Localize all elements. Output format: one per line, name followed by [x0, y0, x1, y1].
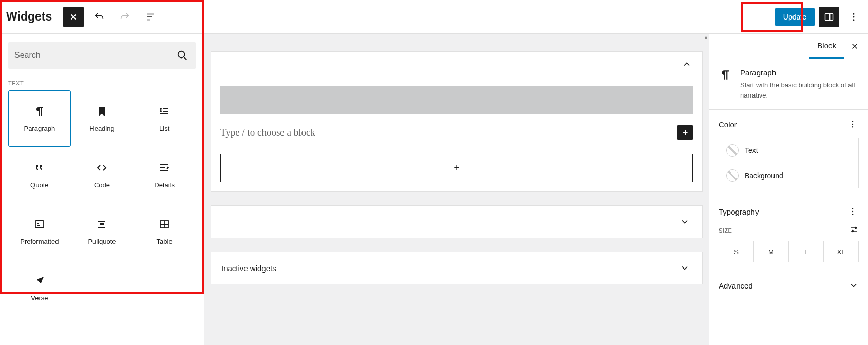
widget-area-body: Type / to choose a block + +: [211, 76, 702, 191]
block-item-label: Quote: [30, 181, 48, 189]
size-s-button[interactable]: S: [719, 241, 753, 262]
block-item-details[interactable]: Details: [133, 147, 196, 203]
block-name: Paragraph: [740, 68, 859, 77]
svg-point-15: [852, 214, 853, 215]
undo-button[interactable]: [89, 7, 109, 27]
expand-inactive-toggle[interactable]: [677, 261, 692, 275]
svg-point-17: [852, 231, 854, 232]
selected-block-placeholder[interactable]: [220, 86, 693, 114]
update-button[interactable]: Update: [775, 8, 815, 26]
paragraph-icon: [33, 105, 46, 118]
table-icon: [158, 218, 171, 231]
undo-icon: [93, 11, 105, 23]
block-item-label: Preformatted: [20, 238, 59, 245]
chevron-down-icon: [680, 217, 690, 227]
svg-point-2: [853, 16, 855, 17]
block-item-bookmark[interactable]: Heading: [71, 90, 134, 147]
widget-area-header: [211, 52, 702, 76]
size-settings-button[interactable]: [850, 225, 859, 236]
redo-button[interactable]: [115, 7, 135, 27]
block-item-table[interactable]: Table: [133, 203, 196, 260]
widget-area-expanded: Type / to choose a block + +: [211, 51, 703, 192]
size-m-button[interactable]: M: [753, 241, 788, 262]
bookmark-icon: [96, 105, 108, 118]
block-inserter: TEXT ParagraphHeadingListQuoteCodeDetail…: [0, 34, 204, 345]
tab-block[interactable]: Block: [809, 34, 844, 59]
block-item-paragraph[interactable]: Paragraph: [8, 90, 71, 147]
expand-toggle[interactable]: [677, 215, 692, 229]
editor-canvas[interactable]: ▴ Type / to choose a block + +: [204, 34, 709, 345]
typography-panel-title: Typography: [719, 207, 759, 216]
svg-point-3: [853, 19, 855, 21]
list-view-icon: [145, 11, 156, 23]
text-color-swatch: [726, 144, 739, 157]
svg-point-10: [852, 121, 853, 122]
collapse-toggle[interactable]: [680, 57, 694, 71]
advanced-panel[interactable]: Advanced: [709, 271, 868, 300]
paragraph-icon: [719, 68, 733, 83]
list-icon: [158, 105, 171, 118]
size-label: SIZE: [719, 227, 732, 234]
color-panel-menu[interactable]: [846, 118, 859, 130]
block-item-quote[interactable]: Quote: [8, 147, 71, 203]
block-item-list[interactable]: List: [133, 90, 196, 147]
document-overview-button[interactable]: [140, 7, 161, 27]
close-settings-button[interactable]: [844, 36, 865, 56]
paragraph-row: Type / to choose a block +: [220, 125, 693, 140]
sidebar-icon: [824, 12, 834, 22]
size-row-header: SIZE: [719, 225, 859, 236]
svg-point-11: [852, 124, 853, 125]
size-xl-button[interactable]: XL: [823, 241, 858, 262]
preformatted-icon: [33, 218, 46, 231]
background-color-row[interactable]: Background: [719, 163, 859, 188]
block-item-code[interactable]: Code: [71, 147, 134, 203]
search-icon: [175, 48, 190, 63]
block-item-pullquote[interactable]: Pullquote: [71, 203, 134, 260]
close-icon: [850, 42, 859, 51]
topbar: Widgets Update: [0, 0, 868, 34]
category-header-text: TEXT: [8, 80, 196, 86]
settings-sidebar: Block Paragraph Start with the basic bui…: [709, 34, 868, 345]
svg-rect-8: [100, 223, 104, 225]
sliders-icon: [850, 225, 859, 234]
size-buttons: SMLXL: [719, 241, 859, 262]
code-icon: [96, 162, 108, 174]
widget-area-collapsed[interactable]: [211, 205, 703, 238]
block-item-preformatted[interactable]: Preformatted: [8, 203, 71, 260]
block-grid: ParagraphHeadingListQuoteCodeDetailsPref…: [8, 90, 196, 316]
advanced-panel-title: Advanced: [719, 281, 753, 290]
size-l-button[interactable]: L: [788, 241, 823, 262]
more-vertical-icon: [848, 12, 859, 22]
paragraph-placeholder-text[interactable]: Type / to choose a block: [220, 127, 670, 138]
scroll-up-hint: ▴: [703, 34, 709, 63]
svg-rect-0: [825, 13, 833, 20]
svg-point-1: [853, 13, 855, 14]
chevron-down-icon: [680, 263, 690, 273]
svg-point-6: [160, 111, 161, 112]
search-input[interactable]: [14, 51, 175, 60]
topbar-left: Widgets: [6, 7, 161, 27]
block-item-label: Code: [94, 181, 110, 189]
add-block-inline-button[interactable]: +: [677, 125, 693, 140]
settings-toggle-button[interactable]: [819, 7, 839, 27]
pullquote-icon: [96, 218, 108, 231]
page-title: Widgets: [6, 10, 52, 24]
verse-icon: [33, 275, 46, 287]
typography-panel-header: Typography: [719, 205, 859, 218]
block-item-verse[interactable]: Verse: [8, 260, 71, 316]
settings-tabs: Block: [709, 34, 868, 59]
block-item-label: Pullquote: [88, 238, 116, 245]
chevron-up-icon: [682, 59, 692, 69]
typography-panel: Typography SIZE SMLXL: [709, 197, 868, 271]
options-button[interactable]: [843, 7, 864, 27]
block-appender[interactable]: +: [220, 154, 693, 182]
block-card-text: Paragraph Start with the basic building …: [740, 68, 859, 100]
svg-rect-7: [35, 221, 44, 228]
typography-panel-menu[interactable]: [846, 205, 859, 218]
close-inserter-button[interactable]: [63, 7, 84, 27]
svg-point-13: [852, 208, 853, 209]
inactive-widgets-area[interactable]: Inactive widgets: [211, 252, 703, 284]
text-color-row[interactable]: Text: [719, 138, 859, 163]
block-item-label: List: [159, 125, 169, 132]
block-item-label: Heading: [89, 125, 114, 132]
